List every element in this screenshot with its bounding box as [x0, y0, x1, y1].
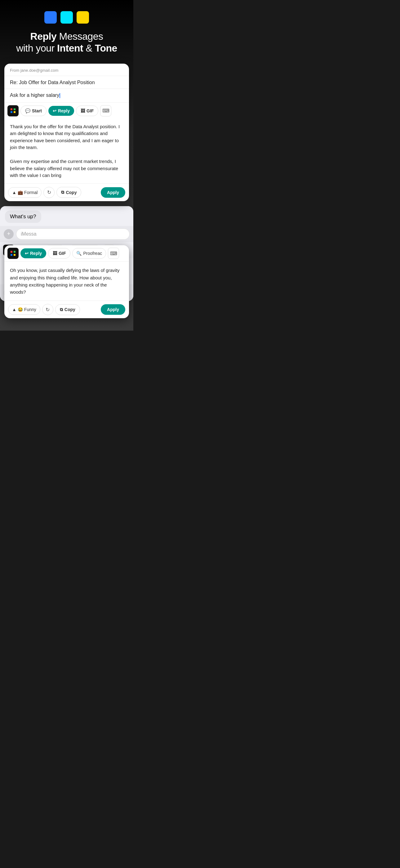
funny-reply-text: Oh you know, just casually defying the l…: [4, 262, 129, 301]
blue-dot: [44, 11, 57, 24]
proofread-button-funny[interactable]: 🔍 Proofreac: [72, 248, 106, 258]
refresh-icon: ↻: [47, 189, 51, 195]
imessage-input-placeholder[interactable]: iMessa: [16, 228, 130, 240]
dot-green-3: [14, 251, 15, 253]
funny-label: Funny: [24, 307, 36, 312]
chevron-up-icon: ▲: [12, 190, 16, 195]
add-attachment-button[interactable]: +: [4, 229, 14, 239]
dot-green: [14, 108, 15, 110]
formal-label: Formal: [24, 190, 38, 195]
from-email: jane.doe@gmail.com: [21, 68, 58, 73]
headline-with: with your: [16, 42, 57, 54]
email-from-field: From jane.doe@gmail.com: [4, 64, 129, 76]
copy-button-funny[interactable]: ⧉ Copy: [55, 304, 80, 315]
gif-button-email[interactable]: 🖼 GIF: [76, 105, 98, 116]
formal-icon: 💼: [18, 190, 23, 195]
headline-intent: Intent: [57, 42, 83, 54]
text-cursor: [60, 93, 60, 98]
refresh-button-email[interactable]: ↻: [43, 187, 55, 198]
gif-button-funny[interactable]: 🖼 GIF: [48, 248, 70, 258]
keyboard-button-funny[interactable]: ⌨: [108, 248, 119, 259]
reply-icon-3: ↩: [25, 251, 29, 256]
copy-icon-2: ⧉: [60, 307, 63, 312]
reply-label-email: Reply: [58, 108, 70, 113]
app-dots-grid-3: [10, 251, 15, 256]
email-action-bar: ▲ 💼 Formal ↻ ⧉ Copy Apply: [4, 184, 129, 201]
tone-selector-formal[interactable]: ▲ 💼 Formal: [8, 187, 41, 198]
copy-icon: ⧉: [61, 190, 64, 195]
funny-reply-content: Oh you know, just casually defying the l…: [10, 268, 120, 294]
copy-label-funny: Copy: [65, 307, 75, 312]
start-button[interactable]: 💬 Start: [21, 105, 46, 116]
color-dots: [6, 11, 127, 24]
reply-button-email[interactable]: ↩ Reply: [48, 106, 74, 116]
email-body-text: Ask for a higher salary: [10, 93, 59, 98]
page-wrapper: Reply Messages with your Intent & Tone F…: [0, 0, 133, 331]
funny-toolbar: ↩ Reply 🖼 GIF 🔍 Proofreac ⌨: [4, 245, 129, 262]
start-label: Start: [32, 108, 42, 113]
email-subject-field: Re: Job Offer for Data Analyst Position: [4, 76, 129, 89]
gif-label-funny: GIF: [59, 251, 66, 256]
app-icon-funny[interactable]: [7, 248, 19, 259]
headline-reply: Reply: [30, 31, 57, 42]
from-label: From: [10, 68, 19, 73]
headline: Reply Messages with your Intent & Tone: [6, 30, 127, 54]
dot-blue: [10, 111, 12, 113]
bottom-spacer: [0, 318, 133, 331]
apply-button-email[interactable]: Apply: [101, 187, 125, 198]
refresh-icon-2: ↻: [45, 307, 49, 313]
headline-ampersand: &: [83, 42, 95, 54]
keyboard-button-email[interactable]: ⌨: [100, 105, 111, 116]
app-icon[interactable]: [7, 105, 19, 116]
generated-reply-content: Thank you for the offer for the Data Ana…: [10, 124, 120, 178]
whatsup-text: What's up?: [10, 214, 36, 219]
chat-icon: 💬: [25, 108, 30, 113]
imessage-compose: + iMessa: [0, 226, 133, 242]
whatsup-bubble: What's up?: [5, 211, 41, 223]
dot-red-3: [10, 251, 12, 253]
keyboard-icon: ⌨: [102, 108, 109, 114]
image-icon-3: 🖼: [53, 251, 57, 256]
copy-label-email: Copy: [66, 190, 76, 195]
apply-label-funny: Apply: [107, 307, 119, 312]
chevron-up-icon-3: ▲: [12, 307, 16, 312]
headline-tone: Tone: [95, 42, 117, 54]
email-generated-text: Thank you for the offer for the Data Ana…: [4, 119, 129, 184]
yellow-dot: [76, 11, 89, 24]
funny-card-overlay: ↩ Reply 🖼 GIF 🔍 Proofreac ⌨ Oh you know,…: [4, 245, 129, 318]
dot-red: [10, 108, 12, 110]
email-subject-text: Re: Job Offer for Data Analyst Position: [10, 80, 95, 85]
header-section: Reply Messages with your Intent & Tone: [0, 0, 133, 64]
email-body-input[interactable]: Ask for a higher salary: [4, 89, 129, 103]
cyan-dot: [61, 11, 73, 24]
email-card: From jane.doe@gmail.com Re: Job Offer fo…: [4, 64, 129, 201]
funny-action-bar: ▲ 😂 Funny ↻ ⧉ Copy Apply: [4, 301, 129, 318]
proofread-icon-2: 🔍: [76, 251, 81, 256]
tone-selector-funny[interactable]: ▲ 😂 Funny: [8, 304, 40, 315]
dot-yellow: [14, 111, 15, 113]
image-icon: 🖼: [80, 108, 85, 113]
gif-label-email: GIF: [87, 108, 94, 113]
imessage-placeholder-text: iMessa: [21, 231, 37, 237]
reply-button-funny[interactable]: ↩ Reply: [21, 248, 46, 258]
headline-messages: Messages: [57, 31, 103, 42]
refresh-button-funny[interactable]: ↻: [42, 304, 53, 315]
proofread-label-funny: Proofreac: [83, 251, 102, 256]
funny-icon: 😂: [18, 307, 23, 312]
app-dots-grid: [10, 108, 15, 113]
keyboard-icon-3: ⌨: [110, 251, 117, 256]
reply-label-funny: Reply: [30, 251, 42, 256]
apply-label-email: Apply: [107, 190, 119, 195]
dot-yellow-3: [14, 254, 15, 256]
reply-icon: ↩: [53, 108, 57, 113]
apply-button-funny[interactable]: Apply: [101, 304, 125, 315]
dot-blue-3: [10, 254, 12, 256]
imessage-header: What's up?: [0, 206, 133, 226]
email-toolbar: 💬 Start ↩ Reply 🖼 GIF ⌨: [4, 103, 129, 119]
copy-button-email[interactable]: ⧉ Copy: [57, 187, 81, 198]
